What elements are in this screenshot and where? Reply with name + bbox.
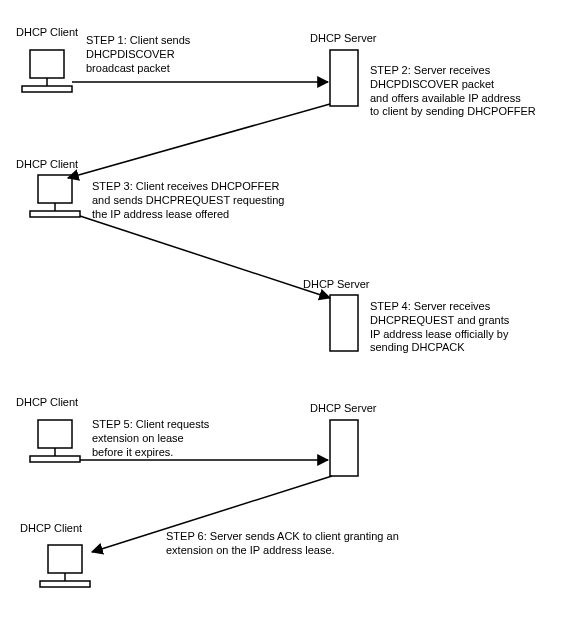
server2-title: DHCP Server (303, 278, 369, 292)
client-icon-1 (22, 50, 72, 92)
client4-title: DHCP Client (20, 522, 82, 536)
step3-text: STEP 3: Client receives DHCPOFFER and se… (92, 180, 322, 221)
server1-title: DHCP Server (310, 32, 376, 46)
server3-title: DHCP Server (310, 402, 376, 416)
dhcp-process-diagram: DHCP Client DHCP Server DHCP Client DHCP… (0, 0, 563, 628)
step2-text: STEP 2: Server receives DHCPDISCOVER pac… (370, 64, 560, 119)
step6-text: STEP 6: Server sends ACK to client grant… (166, 530, 466, 558)
arrow-step3 (80, 216, 330, 298)
step4-text: STEP 4: Server receives DHCPREQUEST and … (370, 300, 550, 355)
client3-title: DHCP Client (16, 396, 78, 410)
server-icon-1 (330, 50, 358, 106)
client2-title: DHCP Client (16, 158, 78, 172)
arrow-step2 (68, 104, 330, 178)
client-icon-4 (40, 545, 90, 587)
step1-text: STEP 1: Client sends DHCPDISCOVER broadc… (86, 34, 286, 75)
client-icon-3 (30, 420, 80, 462)
step5-text: STEP 5: Client requests extension on lea… (92, 418, 272, 459)
server-icon-3 (330, 420, 358, 476)
client1-title: DHCP Client (16, 26, 78, 40)
client-icon-2 (30, 175, 80, 217)
server-icon-2 (330, 295, 358, 351)
